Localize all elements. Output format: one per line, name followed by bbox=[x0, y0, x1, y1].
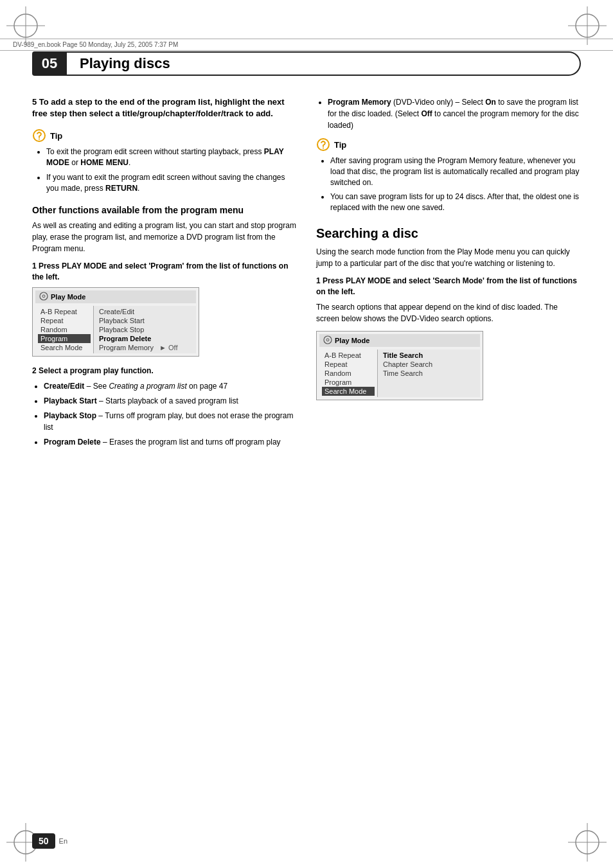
tip1-label: Tip bbox=[50, 131, 62, 141]
chapter-title: Playing discs bbox=[67, 51, 581, 76]
tip1-header: Tip bbox=[32, 128, 297, 143]
step2-list: Create/Edit – See Creating a program lis… bbox=[44, 380, 297, 448]
menu1-item-program: Program bbox=[38, 334, 91, 343]
menu1-right-program-delete: Program Delete bbox=[98, 334, 192, 343]
header-bar: DV-989_en.book Page 50 Monday, July 25, … bbox=[0, 39, 613, 51]
main-content: 5 To add a step to the end of the progra… bbox=[32, 96, 581, 817]
left-step2-heading: 2 Select a program play function. bbox=[32, 366, 297, 376]
tip2-item-1: After saving program using the Program M… bbox=[330, 155, 581, 188]
tip2-header: Tip bbox=[316, 137, 581, 152]
reg-mark-br bbox=[568, 823, 607, 862]
menu2-left-items: A-B Repeat Repeat Random Program Search … bbox=[319, 350, 377, 397]
page-number: 50 bbox=[32, 833, 55, 849]
svg-point-14 bbox=[40, 292, 48, 300]
tip1-icon bbox=[32, 128, 46, 143]
page-lang: En bbox=[59, 837, 67, 845]
menu2-body: A-B Repeat Repeat Random Program Search … bbox=[319, 350, 480, 397]
menu1-right-create: Create/Edit bbox=[98, 307, 192, 316]
step2-item-program-delete: Program Delete – Erases the program list… bbox=[44, 436, 297, 448]
menu1-title-bar: Play Mode bbox=[35, 290, 196, 303]
program-memory-list: Program Memory (DVD-Video only) – Select… bbox=[328, 96, 581, 131]
svg-point-19 bbox=[326, 339, 329, 341]
tip1-list: To exit the program edit screen without … bbox=[46, 146, 297, 193]
right-step1-heading: 1 Press PLAY MODE and select 'Search Mod… bbox=[316, 276, 581, 297]
tip2-label: Tip bbox=[334, 140, 346, 150]
left-column: 5 To add a step to the end of the progra… bbox=[32, 96, 297, 817]
menu1-title: Play Mode bbox=[51, 293, 85, 301]
menu2-right-items: Title Search Chapter Search Time Search bbox=[377, 350, 480, 397]
svg-point-17 bbox=[323, 148, 324, 149]
menu2-item-program: Program bbox=[322, 378, 375, 387]
searching-heading: Searching a disc bbox=[316, 226, 581, 241]
right-column: Program Memory (DVD-Video only) – Select… bbox=[316, 96, 581, 817]
menu1-item-random: Random bbox=[38, 325, 91, 334]
menu1-item-repeat: Repeat bbox=[38, 316, 91, 325]
tip2-content: After saving program using the Program M… bbox=[316, 155, 581, 213]
menu1-item-search: Search Mode bbox=[38, 343, 91, 352]
svg-point-18 bbox=[324, 336, 332, 344]
chapter-number: 05 bbox=[32, 51, 67, 76]
program-memory-item: Program Memory (DVD-Video only) – Select… bbox=[328, 96, 581, 131]
menu-screenshot-2: Play Mode A-B Repeat Repeat Random Progr… bbox=[316, 331, 483, 400]
tip2-list: After saving program using the Program M… bbox=[330, 155, 581, 213]
svg-point-13 bbox=[39, 139, 40, 140]
menu2-item-repeat: Repeat bbox=[322, 360, 375, 369]
tip1-item-2: If you want to exit the program edit scr… bbox=[46, 172, 297, 194]
left-step1-heading: 1 Press PLAY MODE and select 'Program' f… bbox=[32, 261, 297, 283]
svg-point-15 bbox=[42, 295, 45, 297]
right-step1-body: The search options that appear depend on… bbox=[316, 301, 581, 324]
menu1-disc-icon bbox=[39, 292, 48, 302]
menu1-sub-item: ► Off bbox=[155, 344, 177, 351]
menu2-right-title-search: Title Search bbox=[382, 351, 476, 360]
menu1-right-playback-stop: Playback Stop bbox=[98, 325, 192, 334]
menu2-disc-icon bbox=[323, 335, 332, 346]
step5-heading: 5 To add a step to the end of the progra… bbox=[32, 96, 297, 120]
other-functions-heading: Other functions available from the progr… bbox=[32, 204, 297, 216]
other-functions-body: As well as creating and editing a progra… bbox=[32, 220, 297, 254]
tip1-item-1: To exit the program edit screen without … bbox=[46, 146, 297, 168]
menu2-item-ab-repeat: A-B Repeat bbox=[322, 351, 375, 360]
tip-box-2: Tip After saving program using the Progr… bbox=[316, 137, 581, 213]
searching-body: Using the search mode function from the … bbox=[316, 246, 581, 269]
menu-screenshot-1: Play Mode A-B Repeat Repeat Random Progr… bbox=[32, 287, 199, 357]
chapter-header: 05 Playing discs bbox=[32, 51, 581, 76]
page-footer: 50 En bbox=[32, 833, 67, 849]
step2-item-playback-start: Playback Start – Starts playback of a sa… bbox=[44, 395, 297, 407]
menu1-item-ab-repeat: A-B Repeat bbox=[38, 307, 91, 316]
menu2-item-random: Random bbox=[322, 369, 375, 378]
tip1-content: To exit the program edit screen without … bbox=[32, 146, 297, 193]
menu2-item-search: Search Mode bbox=[322, 387, 375, 396]
menu1-right-playback-start: Playback Start bbox=[98, 316, 192, 325]
menu2-right-chapter-search: Chapter Search bbox=[382, 360, 476, 369]
tip-box-1: Tip To exit the program edit screen with… bbox=[32, 128, 297, 193]
menu1-right-program-memory: Program Memory ► Off bbox=[98, 343, 192, 352]
menu1-body: A-B Repeat Repeat Random Program Search … bbox=[35, 306, 196, 353]
menu2-title: Play Mode bbox=[335, 337, 369, 344]
menu2-right-time-search: Time Search bbox=[382, 369, 476, 378]
header-file-info: DV-989_en.book Page 50 Monday, July 25, … bbox=[13, 41, 178, 48]
menu1-right-items: Create/Edit Playback Start Playback Stop… bbox=[93, 306, 196, 353]
menu2-title-bar: Play Mode bbox=[319, 334, 480, 347]
step2-item-playback-stop: Playback Stop – Turns off program play, … bbox=[44, 410, 297, 433]
menu1-left-items: A-B Repeat Repeat Random Program Search … bbox=[35, 306, 93, 353]
tip2-item-2: You can save program lists for up to 24 … bbox=[330, 191, 581, 213]
tip2-icon bbox=[316, 137, 330, 152]
step2-item-create: Create/Edit – See Creating a program lis… bbox=[44, 380, 297, 392]
